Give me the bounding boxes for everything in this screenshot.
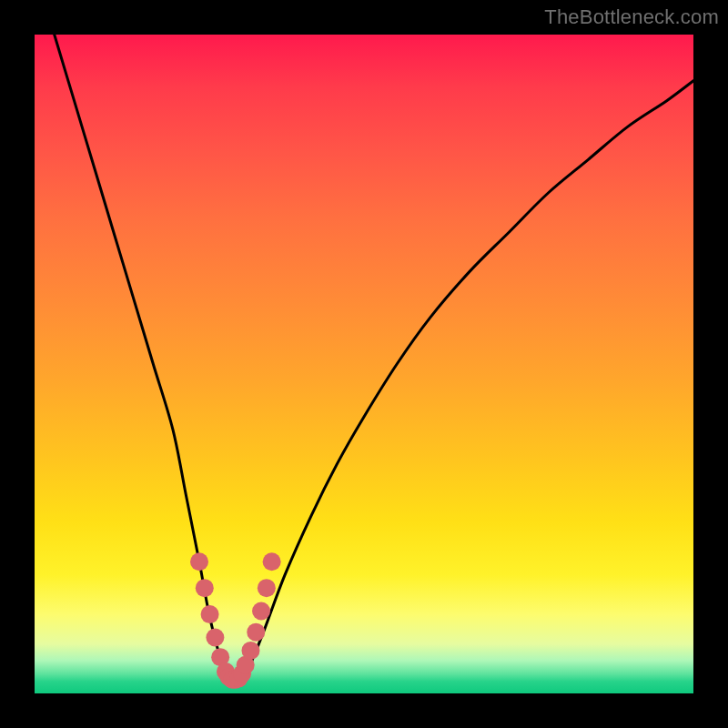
valley-dot <box>263 552 281 571</box>
valley-dot <box>201 605 219 623</box>
valley-dot <box>206 628 224 646</box>
plot-area <box>35 35 693 693</box>
chart-frame: TheBottleneck.com <box>0 0 728 728</box>
curve-layer <box>35 35 693 693</box>
valley-dot <box>252 602 270 621</box>
valley-dot <box>258 579 276 597</box>
valley-dot <box>241 642 259 660</box>
watermark-text: TheBottleneck.com <box>544 5 719 29</box>
bottleneck-curve <box>55 35 693 681</box>
valley-dot <box>247 623 265 642</box>
valley-dot <box>196 579 214 597</box>
valley-dot <box>190 552 208 571</box>
